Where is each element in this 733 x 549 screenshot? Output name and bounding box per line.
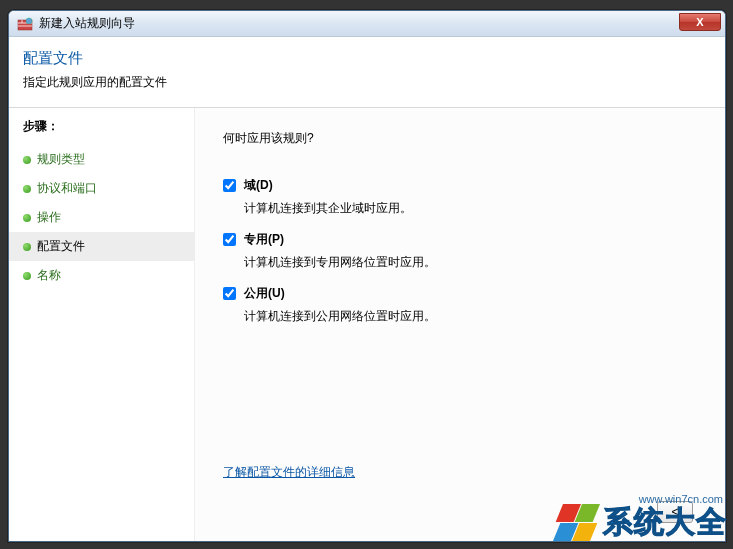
close-icon: X [696, 16, 703, 28]
domain-desc: 计算机连接到其企业域时应用。 [244, 200, 697, 217]
page-title: 配置文件 [23, 49, 711, 68]
step-protocol-ports[interactable]: 协议和端口 [9, 174, 194, 203]
svg-point-5 [26, 18, 32, 24]
close-button[interactable]: X [679, 13, 721, 31]
option-public: 公用(U) [223, 285, 697, 302]
page-subtitle: 指定此规则应用的配置文件 [23, 74, 711, 91]
private-desc: 计算机连接到专用网络位置时应用。 [244, 254, 697, 271]
public-label: 公用(U) [244, 285, 285, 302]
bullet-icon [23, 185, 31, 193]
header-panel: 配置文件 指定此规则应用的配置文件 [9, 37, 725, 108]
option-domain: 域(D) [223, 177, 697, 194]
bullet-icon [23, 243, 31, 251]
step-label: 协议和端口 [37, 180, 97, 197]
wizard-window: 新建入站规则向导 X 配置文件 指定此规则应用的配置文件 步骤： 规则类型 协议… [8, 10, 726, 542]
body-area: 步骤： 规则类型 协议和端口 操作 配置文件 名称 何 [9, 108, 725, 541]
steps-sidebar: 步骤： 规则类型 协议和端口 操作 配置文件 名称 [9, 108, 194, 541]
footer-buttons: < [223, 501, 697, 531]
step-rule-type[interactable]: 规则类型 [9, 145, 194, 174]
bullet-icon [23, 214, 31, 222]
step-label: 操作 [37, 209, 61, 226]
domain-label: 域(D) [244, 177, 273, 194]
firewall-icon [17, 16, 33, 32]
public-desc: 计算机连接到公用网络位置时应用。 [244, 308, 697, 325]
option-private: 专用(P) [223, 231, 697, 248]
domain-checkbox[interactable] [223, 179, 236, 192]
bullet-icon [23, 272, 31, 280]
content-panel: 何时应用该规则? 域(D) 计算机连接到其企业域时应用。 专用(P) 计算机连接… [194, 108, 725, 541]
step-action[interactable]: 操作 [9, 203, 194, 232]
question-text: 何时应用该规则? [223, 130, 697, 147]
window-title: 新建入站规则向导 [39, 15, 135, 32]
steps-heading: 步骤： [9, 118, 194, 145]
spacer [223, 339, 697, 464]
learn-more-link[interactable]: 了解配置文件的详细信息 [223, 464, 697, 481]
bullet-icon [23, 156, 31, 164]
chevron-left-icon: < [671, 505, 678, 519]
titlebar: 新建入站规则向导 X [9, 11, 725, 37]
step-label: 配置文件 [37, 238, 85, 255]
step-label: 规则类型 [37, 151, 85, 168]
private-checkbox[interactable] [223, 233, 236, 246]
step-profile[interactable]: 配置文件 [9, 232, 194, 261]
public-checkbox[interactable] [223, 287, 236, 300]
step-label: 名称 [37, 267, 61, 284]
step-name[interactable]: 名称 [9, 261, 194, 290]
back-button[interactable]: < [657, 501, 693, 523]
private-label: 专用(P) [244, 231, 284, 248]
